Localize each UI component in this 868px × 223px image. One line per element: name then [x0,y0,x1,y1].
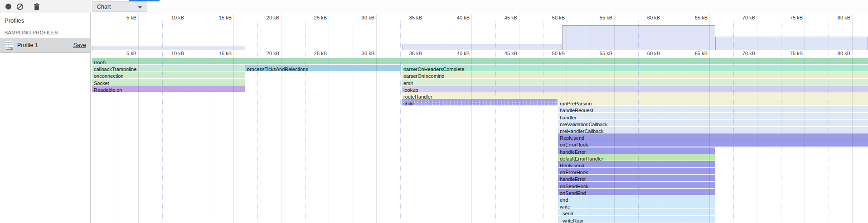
flame-bar[interactable]: Readable.on [92,85,245,92]
flame-bar-label: (root) [92,59,106,64]
flame-bar-label: preHandlerCallback [558,128,604,133]
flame-bar-label: end [558,197,568,202]
circle-slash-icon [16,3,24,10]
flame-bar-label: _send [558,210,573,215]
flame-bar-label: Reply.send [558,135,584,140]
flame-bar[interactable]: Reply.send [558,133,868,140]
flame-bar[interactable]: child [402,99,558,105]
flame-bar-label: emit [402,80,413,85]
flame-bar-label: callbackTrampoline [92,66,136,71]
toolbar-separator [28,2,28,11]
svg-text:%: % [10,46,13,50]
sampling-profiles-header: SAMPLING PROFILES [5,30,58,35]
flame-bar-label: onconnection [92,73,123,78]
flame-bar[interactable]: Socket [92,79,245,85]
flame-bar[interactable]: emit [402,79,868,85]
record-button[interactable] [4,0,13,13]
flame-bar[interactable]: defaultErrorHandler [558,154,715,161]
flame-bar[interactable]: handler [558,113,868,119]
profile-name: Profile 1 [17,42,38,48]
sidebar-title: Profiles [5,17,24,24]
sidebar: Profiles SAMPLING PROFILES % Profile 1 S… [0,13,91,223]
flame-bar-label: processTicksAndRejections [245,66,308,71]
clear-button[interactable] [15,0,24,13]
flame-bar-label: _writeRaw [558,218,583,223]
flame-bar[interactable]: routeHandler [402,92,868,99]
delete-profile-button[interactable] [32,0,41,13]
flame-bar[interactable]: runPreParsing [558,99,868,105]
toolbar-left-section [0,0,91,13]
flame-bar-label: handler [558,114,577,119]
profiler-panel: Chart Profiles SAMPLING PROFILES % Profi… [0,0,868,223]
flame-bar[interactable]: _writeRaw [558,216,715,223]
flame-bar-label: defaultErrorHandler [558,156,603,161]
flame-bar[interactable]: onSendEnd [558,189,715,195]
flame-bar[interactable]: onErrorHook [558,168,715,174]
active-tab-indicator [129,0,160,1]
flame-bar-label: Reply.send [558,162,584,167]
flame-bar-label: parserOnHeadersComplete [402,66,465,71]
flame-bar[interactable]: parserOnIncoming [402,71,868,78]
flame-bar-label: child [402,100,414,105]
flame-bar[interactable]: Reply.send [558,161,715,167]
flame-bar-label: preValidationCallback [558,121,608,126]
flame-bar[interactable]: handleError [558,175,715,181]
flame-bar[interactable]: callbackTrampoline [92,65,245,71]
flame-bar-label: runPreParsing [558,100,592,105]
save-profile-link[interactable]: Save [73,42,87,48]
trash-icon [34,3,40,10]
flame-bar[interactable]: _send [558,209,715,215]
flame-bar[interactable]: onErrorHook [558,140,868,147]
flame-bar-label: write_ [558,204,573,209]
flame-bar[interactable]: onconnection [92,71,245,78]
flame-bar-label: onSendEnd [558,190,586,195]
flame-bar[interactable]: handleError [558,147,715,154]
flame-bar[interactable]: (root) [92,58,868,64]
flame-chart-area: (root)callbackTrampolineprocessTicksAndR… [91,13,868,223]
flame-bar-label: handleError [558,176,586,181]
flame-bar[interactable]: lookup [402,85,868,92]
flame-bar[interactable]: handleRequest [558,106,868,112]
chevron-down-icon [138,6,142,9]
flame-bar[interactable]: end [558,195,715,202]
flame-bar-label: onSendHook [558,183,589,188]
flame-bar-label: handleError [558,149,586,154]
flame-bar[interactable]: onSendHook [558,182,715,188]
flame-bar[interactable]: parserOnHeadersComplete [402,65,868,71]
profile-document-icon: % [6,41,14,50]
flame-graph: (root)callbackTrampolineprocessTicksAndR… [91,13,868,223]
flame-bar[interactable]: write_ [558,202,715,209]
flame-bar-label: handleRequest [558,107,593,112]
flame-bar-label: lookup [402,87,418,92]
flame-bar-label: parserOnIncoming [402,73,445,78]
flame-bar-label: Readable.on [92,87,122,92]
flame-bar[interactable]: preHandlerCallback [558,127,868,133]
flame-bar[interactable]: preValidationCallback [558,120,868,126]
flame-bar-label: onErrorHook [558,169,588,174]
toolbar: Chart [0,0,868,14]
flame-bar-label: onErrorHook [558,142,588,147]
view-mode-value: Chart [92,4,111,10]
record-icon [5,4,11,9]
flame-bar[interactable]: processTicksAndRejections [245,65,401,71]
flame-bar-label: Socket [92,80,109,85]
profile-list-item[interactable]: % Profile 1 Save [0,38,90,53]
view-mode-select[interactable]: Chart [92,1,147,12]
flame-bar-label: routeHandler [402,94,432,99]
